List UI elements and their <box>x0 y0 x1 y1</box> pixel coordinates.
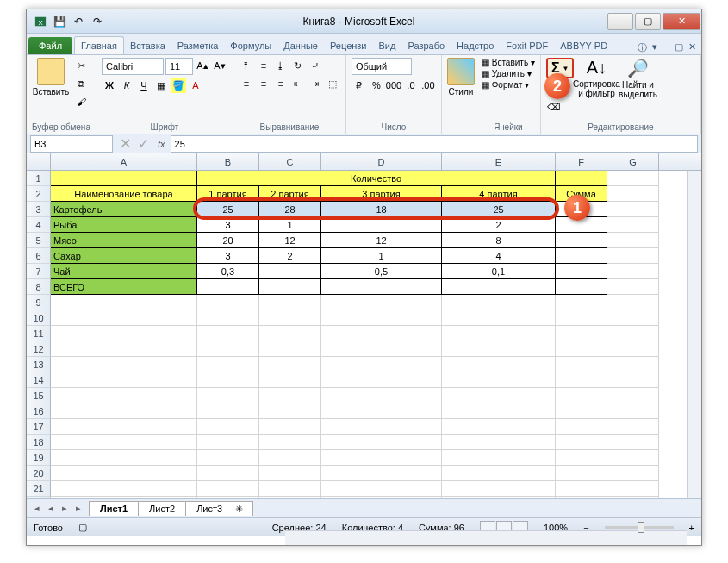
cell[interactable] <box>556 310 607 326</box>
cell[interactable] <box>51 372 197 388</box>
cell[interactable] <box>51 388 197 403</box>
doc-minimize-icon[interactable]: ─ <box>663 41 669 54</box>
cell[interactable] <box>607 202 659 217</box>
sort-filter-button[interactable]: A↓ Cортировка и фильтр <box>577 58 615 98</box>
col-header-D[interactable]: D <box>321 153 442 170</box>
cell[interactable]: Чай <box>51 264 197 279</box>
cell[interactable]: Рыба <box>51 217 197 233</box>
shrink-font-icon[interactable]: A▾ <box>212 58 227 73</box>
cell[interactable] <box>197 419 259 435</box>
row-header[interactable]: 1 <box>27 171 51 186</box>
cell[interactable] <box>607 372 659 388</box>
align-center-icon[interactable]: ≡ <box>256 76 271 91</box>
cell[interactable] <box>259 419 321 435</box>
comma-icon[interactable]: 000 <box>386 78 401 93</box>
cell[interactable] <box>259 450 321 466</box>
dec-decimal-icon[interactable]: .00 <box>420 78 436 93</box>
cell[interactable] <box>197 481 259 497</box>
cell[interactable] <box>197 357 259 372</box>
zoom-in-icon[interactable]: + <box>689 522 694 533</box>
col-header-G[interactable]: G <box>607 153 659 170</box>
cell[interactable] <box>321 357 442 372</box>
cancel-formula-icon[interactable]: ✕ <box>116 135 134 152</box>
sheet-nav-last[interactable]: ▸ <box>72 503 85 514</box>
cell[interactable] <box>259 435 321 450</box>
insert-cells-button[interactable]: ▦ Вставить ▾ <box>482 58 535 67</box>
currency-icon[interactable]: ₽ <box>352 78 367 93</box>
cell[interactable] <box>259 341 321 357</box>
align-bottom-icon[interactable]: ⭳ <box>273 58 289 73</box>
spreadsheet-grid[interactable]: ABCDEFG 1Количество2Наименование товара1… <box>27 153 701 498</box>
cell[interactable] <box>259 326 321 341</box>
cell[interactable] <box>321 217 442 233</box>
cell[interactable]: 12 <box>321 233 442 248</box>
cell[interactable] <box>607 171 659 186</box>
cell[interactable] <box>556 388 607 403</box>
excel-icon[interactable]: X <box>32 13 49 30</box>
merge-icon[interactable]: ⬚ <box>325 76 340 91</box>
cell[interactable] <box>197 372 259 388</box>
row-header[interactable]: 9 <box>27 295 51 310</box>
cell[interactable] <box>607 279 659 295</box>
cell[interactable] <box>259 357 321 372</box>
cell[interactable]: 0,5 <box>321 264 442 279</box>
doc-close-icon[interactable]: ✕ <box>688 41 696 54</box>
cell[interactable] <box>321 341 442 357</box>
cell[interactable] <box>51 295 197 310</box>
col-header-F[interactable]: F <box>556 153 607 170</box>
cell[interactable]: 3 <box>197 248 259 264</box>
maximize-button[interactable]: ▢ <box>635 13 661 30</box>
cell[interactable] <box>321 295 442 310</box>
delete-cells-button[interactable]: ▦ Удалить ▾ <box>482 69 532 78</box>
sheet-nav-prev[interactable]: ◂ <box>44 503 58 514</box>
orientation-icon[interactable]: ↻ <box>290 58 306 73</box>
cell[interactable] <box>607 264 659 279</box>
cell[interactable] <box>442 295 556 310</box>
cell[interactable] <box>259 310 321 326</box>
row-header[interactable]: 11 <box>27 326 51 341</box>
cell[interactable]: 3 партия <box>321 186 442 202</box>
cell[interactable] <box>51 326 197 341</box>
cell[interactable] <box>556 341 607 357</box>
cell[interactable] <box>556 466 607 481</box>
cell[interactable] <box>607 326 659 341</box>
cell[interactable] <box>51 466 197 481</box>
cell[interactable]: 2 <box>259 248 321 264</box>
vertical-scrollbar[interactable] <box>687 171 701 498</box>
cell[interactable] <box>197 341 259 357</box>
cell[interactable]: 25 <box>442 202 556 217</box>
cell[interactable] <box>321 419 442 435</box>
row-header[interactable]: 2 <box>27 186 51 202</box>
tab-formulas[interactable]: Формулы <box>224 37 277 54</box>
cell[interactable] <box>259 466 321 481</box>
cell[interactable] <box>259 403 321 419</box>
cell[interactable] <box>51 310 197 326</box>
cell[interactable] <box>51 403 197 419</box>
cell[interactable] <box>442 450 556 466</box>
cell[interactable] <box>607 233 659 248</box>
cell[interactable] <box>51 435 197 450</box>
cell[interactable] <box>607 435 659 450</box>
cell[interactable] <box>607 295 659 310</box>
cell[interactable] <box>442 435 556 450</box>
cell[interactable] <box>321 310 442 326</box>
cell[interactable] <box>197 388 259 403</box>
copy-icon[interactable]: ⧉ <box>73 76 89 91</box>
indent-dec-icon[interactable]: ⇤ <box>290 76 306 91</box>
wrap-text-icon[interactable]: ⤶ <box>308 58 323 73</box>
styles-button[interactable]: Стили <box>447 58 475 97</box>
cell[interactable] <box>607 217 659 233</box>
cell[interactable]: 3 <box>197 217 259 233</box>
row-header[interactable]: 8 <box>27 279 51 295</box>
row-header[interactable]: 5 <box>27 233 51 248</box>
format-cells-button[interactable]: ▦ Формат ▾ <box>482 80 529 90</box>
cell[interactable] <box>197 450 259 466</box>
cell[interactable] <box>556 403 607 419</box>
cell[interactable] <box>197 279 259 295</box>
row-header[interactable]: 15 <box>27 388 51 403</box>
indent-inc-icon[interactable]: ⇥ <box>308 76 323 91</box>
cell[interactable]: 4 <box>442 248 556 264</box>
cell[interactable] <box>321 279 442 295</box>
row-header[interactable]: 10 <box>27 310 51 326</box>
underline-icon[interactable]: Ч <box>136 78 152 93</box>
